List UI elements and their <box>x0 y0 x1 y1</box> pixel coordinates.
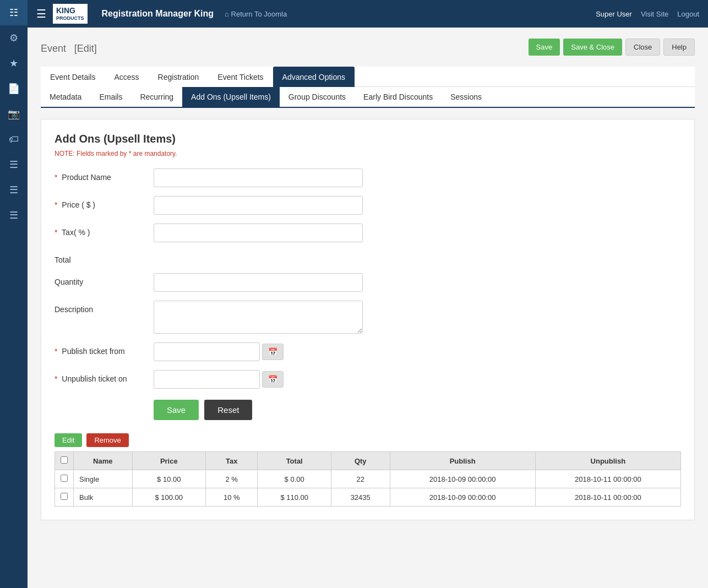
topnav-right: Super User Visit Site Logout <box>596 10 699 18</box>
super-user-label: Super User <box>596 10 632 18</box>
table-row: Bulk $ 100.00 10 % $ 110.00 32435 2018-1… <box>55 488 681 507</box>
unpublish-on-group: * Unpublish ticket on 📅 <box>55 370 681 389</box>
row-publish-0: 2018-10-09 00:00:00 <box>390 470 535 488</box>
row-qty-1: 32435 <box>331 488 390 507</box>
tab-access[interactable]: Access <box>105 67 148 87</box>
price-group: * Price ( $ ) <box>55 196 681 215</box>
form-save-button[interactable]: Save <box>154 400 199 420</box>
select-all-checkbox[interactable] <box>61 456 68 464</box>
save-close-button[interactable]: Save & Close <box>563 39 622 56</box>
edit-label: [Edit] <box>74 43 97 54</box>
publish-from-input[interactable] <box>154 342 260 361</box>
edit-button[interactable]: Edit <box>55 433 82 447</box>
product-name-group: * Product Name <box>55 168 681 187</box>
sidebar-icon-gear[interactable]: ⚙ <box>0 25 28 51</box>
quantity-label: Quantity <box>55 273 154 286</box>
price-input[interactable] <box>154 196 363 215</box>
tax-input[interactable] <box>154 224 363 242</box>
row-total-1: $ 110.00 <box>258 488 331 507</box>
th-qty: Qty <box>331 452 390 470</box>
tab-addons[interactable]: Add Ons (Upsell Items) <box>182 87 280 107</box>
hamburger-icon[interactable]: ☰ <box>36 7 46 20</box>
row-tax-1: 10 % <box>206 488 258 507</box>
addons-table: Name Price Tax Total Qty Publish Unpubli… <box>55 451 681 507</box>
row-unpublish-1: 2018-10-11 00:00:00 <box>535 488 680 507</box>
unpublish-on-calendar-btn[interactable]: 📅 <box>262 371 284 388</box>
help-button[interactable]: Help <box>663 39 695 56</box>
sidebar-icon-list1[interactable]: ☰ <box>0 152 28 177</box>
total-label: Total <box>55 251 154 264</box>
unpublish-on-field: 📅 <box>154 370 284 389</box>
th-checkbox <box>55 452 74 470</box>
product-name-input[interactable] <box>154 168 363 187</box>
required-marker-price: * <box>55 200 57 209</box>
sidebar-icon-star[interactable]: ★ <box>0 51 28 76</box>
product-name-label: * Product Name <box>55 168 154 182</box>
description-label: Description <box>55 301 154 314</box>
row-publish-1: 2018-10-09 00:00:00 <box>390 488 535 507</box>
sidebar-icon-list2[interactable]: ☰ <box>0 177 28 203</box>
unpublish-on-input[interactable] <box>154 370 260 389</box>
tab-group-discounts[interactable]: Group Discounts <box>280 87 355 107</box>
table-section: Edit Remove Name Price Tax Total Qty Pub… <box>55 433 681 507</box>
tab-sessions[interactable]: Sessions <box>442 87 491 107</box>
section-title: Add Ons (Upsell Items) <box>55 133 681 145</box>
th-name: Name <box>74 452 133 470</box>
row-checkbox-cell <box>55 470 74 488</box>
quantity-group: Quantity <box>55 273 681 292</box>
form-actions: Save Reset <box>154 400 681 420</box>
th-price: Price <box>132 452 206 470</box>
required-marker-tax: * <box>55 228 57 237</box>
sidebar-icon-doc[interactable]: 📄 <box>0 76 28 101</box>
logo: KING PRODUCTS <box>53 4 93 24</box>
row-checkbox-0[interactable] <box>61 475 68 482</box>
logout-link[interactable]: Logout <box>677 10 699 18</box>
mandatory-note: NOTE: Fields marked by * are mandatory. <box>55 150 681 157</box>
row-name-0: Single <box>74 470 133 488</box>
tab-advanced-options[interactable]: Advanced Options <box>273 67 355 87</box>
table-header-row: Name Price Tax Total Qty Publish Unpubli… <box>55 452 681 470</box>
logo-box: KING PRODUCTS <box>53 4 88 24</box>
visit-site-link[interactable]: Visit Site <box>641 10 668 18</box>
form-card: Add Ons (Upsell Items) NOTE: Fields mark… <box>41 119 695 520</box>
row-unpublish-0: 2018-10-11 00:00:00 <box>535 470 680 488</box>
publish-from-calendar-btn[interactable]: 📅 <box>262 344 284 360</box>
main-wrapper: ☰ KING PRODUCTS Registration Manager Kin… <box>28 0 708 588</box>
joomla-link[interactable]: ⌂ Return To Joomla <box>225 10 287 18</box>
quantity-input[interactable] <box>154 273 363 292</box>
sidebar-icon-chart[interactable]: ☷ <box>0 0 28 25</box>
row-price-0: $ 10.00 <box>132 470 206 488</box>
tax-label: * Tax( % ) <box>55 224 154 237</box>
page-header: Event [Edit] Save Save & Close Close Hel… <box>41 39 695 56</box>
description-group: Description <box>55 301 681 334</box>
form-reset-button[interactable]: Reset <box>204 400 252 420</box>
publish-from-field: 📅 <box>154 342 284 361</box>
row-qty-0: 22 <box>331 470 390 488</box>
sidebar: ☷ ⚙ ★ 📄 📷 🏷 ☰ ☰ ☰ <box>0 0 28 588</box>
tab-registration[interactable]: Registration <box>149 67 209 87</box>
sidebar-icon-camera[interactable]: 📷 <box>0 101 28 127</box>
required-marker: * <box>55 173 57 182</box>
row-checkbox-1[interactable] <box>61 493 68 500</box>
page-content: Event [Edit] Save Save & Close Close Hel… <box>28 28 708 588</box>
close-button[interactable]: Close <box>625 39 660 56</box>
save-button[interactable]: Save <box>529 39 560 56</box>
tab-metadata[interactable]: Metadata <box>41 87 90 107</box>
secondary-tabs: Metadata Emails Recurring Add Ons (Upsel… <box>41 87 695 108</box>
tab-event-tickets[interactable]: Event Tickets <box>208 67 273 87</box>
description-input[interactable] <box>154 301 363 334</box>
sidebar-icon-tag[interactable]: 🏷 <box>0 127 28 152</box>
th-tax: Tax <box>206 452 258 470</box>
logo-king: KING <box>56 6 84 15</box>
publish-from-label: * Publish ticket from <box>55 342 154 356</box>
remove-button[interactable]: Remove <box>86 433 128 447</box>
row-name-1: Bulk <box>74 488 133 507</box>
row-total-0: $ 0.00 <box>258 470 331 488</box>
tab-emails[interactable]: Emails <box>90 87 131 107</box>
tab-recurring[interactable]: Recurring <box>131 87 182 107</box>
sidebar-icon-list3[interactable]: ☰ <box>0 203 28 228</box>
total-group: Total <box>55 251 681 264</box>
th-total: Total <box>258 452 331 470</box>
tab-event-details[interactable]: Event Details <box>41 67 105 87</box>
tab-early-bird[interactable]: Early Bird Discounts <box>355 87 442 107</box>
